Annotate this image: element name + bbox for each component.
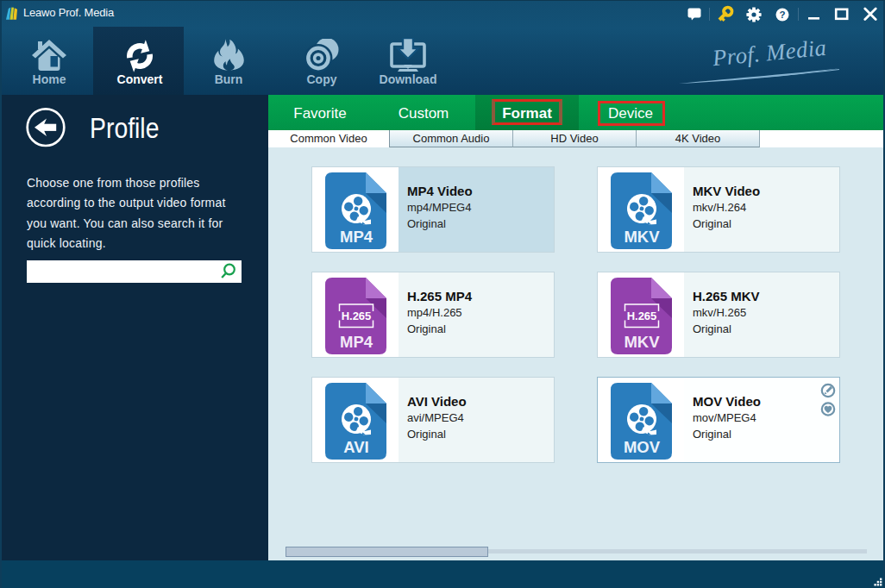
svg-text:MP4: MP4 xyxy=(340,228,373,246)
svg-text:MOV: MOV xyxy=(624,438,661,456)
svg-text:MP4: MP4 xyxy=(340,333,373,351)
svg-text:H.265: H.265 xyxy=(342,310,372,322)
svg-text:Prof. Media: Prof. Media xyxy=(711,34,828,71)
svg-text:AVI: AVI xyxy=(343,438,368,456)
svg-text:MKV: MKV xyxy=(624,333,660,351)
svg-text:MKV: MKV xyxy=(624,228,660,246)
svg-text:?: ? xyxy=(779,9,785,20)
svg-text:H.265: H.265 xyxy=(627,310,657,322)
